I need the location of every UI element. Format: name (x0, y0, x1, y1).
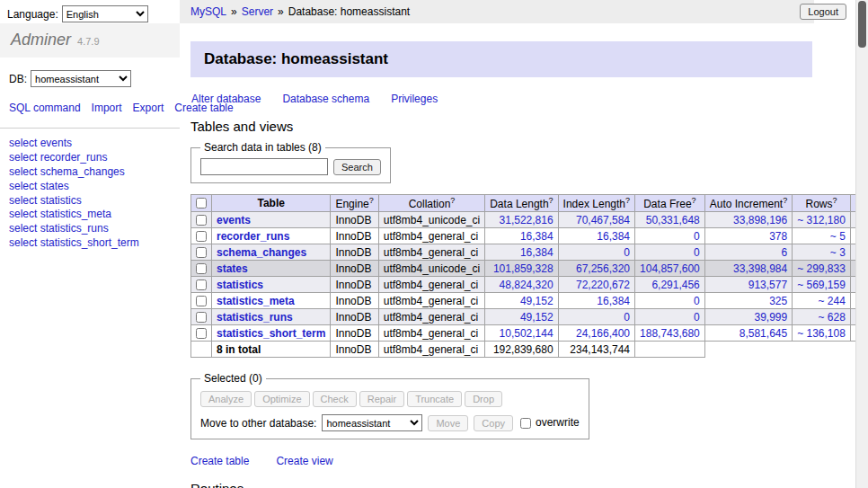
logout-button[interactable]: Logout (800, 4, 846, 20)
drop-button[interactable]: Drop (465, 391, 502, 407)
row-checkbox[interactable] (196, 296, 207, 306)
row-checkbox[interactable] (196, 247, 207, 258)
index-length-link[interactable]: 0 (624, 246, 630, 259)
index-length-link[interactable]: 67,256,320 (576, 262, 630, 275)
help-icon[interactable]: ? (692, 196, 696, 205)
table-link[interactable]: statistics_runs (217, 311, 293, 324)
help-icon[interactable]: ? (783, 196, 787, 205)
table-link[interactable]: events (217, 214, 251, 226)
data-free-link[interactable]: 6,291,456 (651, 279, 699, 291)
copy-button[interactable]: Copy (474, 415, 513, 431)
row-checkbox[interactable] (196, 215, 207, 226)
data-free-link[interactable]: 0 (694, 246, 700, 259)
sidebar-link-export[interactable]: Export (133, 102, 164, 114)
data-length-link[interactable]: 49,152 (520, 295, 554, 307)
auto-increment-link[interactable]: 6 (781, 246, 787, 259)
data-length-link[interactable]: 10,502,144 (500, 327, 554, 340)
data-free-link[interactable]: 0 (694, 230, 700, 243)
data-free-link[interactable]: 0 (694, 311, 700, 324)
check-button[interactable]: Check (313, 391, 357, 407)
auto-increment-link[interactable]: 378 (769, 230, 787, 243)
auto-increment-link[interactable]: 8,581,645 (740, 327, 787, 340)
help-icon[interactable]: ? (549, 196, 554, 205)
table-link[interactable]: statistics (217, 279, 263, 291)
data-length-link[interactable]: 48,824,320 (500, 279, 554, 291)
help-icon[interactable]: ? (625, 196, 630, 205)
index-length-link[interactable]: 72,220,672 (576, 279, 630, 291)
data-free-link[interactable]: 0 (694, 295, 700, 307)
data-length-link[interactable]: 16,384 (520, 246, 554, 259)
overwrite-checkbox[interactable] (520, 418, 531, 429)
data-length-link[interactable]: 16,384 (520, 230, 554, 243)
create-table-link[interactable]: Create table (190, 455, 249, 467)
move-database-select[interactable]: homeassistant (322, 414, 422, 431)
sidebar-item-select-schema-changes[interactable]: select schema_changes (9, 165, 171, 180)
optimize-button[interactable]: Optimize (254, 391, 309, 407)
alter-database-link[interactable]: Alter database (191, 93, 261, 105)
auto-increment-link[interactable]: 913,577 (748, 279, 787, 291)
row-checkbox[interactable] (196, 328, 207, 339)
help-icon[interactable]: ? (450, 196, 455, 205)
help-icon[interactable]: ? (369, 196, 374, 205)
scrollbar[interactable] (855, 0, 868, 488)
table-link[interactable]: states (217, 262, 248, 275)
table-link[interactable]: statistics_short_term (217, 327, 325, 340)
index-length-link[interactable]: 16,384 (597, 230, 630, 243)
sidebar-link-import[interactable]: Import (92, 102, 122, 114)
sidebar-item-select-states[interactable]: select states (9, 180, 171, 194)
analyze-button[interactable]: Analyze (200, 391, 252, 407)
sidebar-item-select-statistics[interactable]: select statistics (9, 194, 171, 209)
auto-increment-link[interactable]: 33,898,196 (733, 214, 787, 226)
database-schema-link[interactable]: Database schema (282, 93, 369, 105)
select-all-checkbox[interactable] (196, 198, 207, 209)
sidebar-link-sql-command[interactable]: SQL command (9, 102, 81, 114)
rows-link[interactable]: ~ 3 (830, 246, 846, 259)
search-input[interactable] (200, 158, 328, 175)
scrollbar-thumb[interactable] (858, 1, 866, 48)
rows-link[interactable]: ~ 299,833 (797, 262, 846, 275)
table-link[interactable]: statistics_meta (217, 295, 295, 307)
db-select[interactable]: homeassistant (31, 70, 131, 87)
repair-button[interactable]: Repair (359, 391, 404, 407)
index-length-link[interactable]: 70,467,584 (576, 214, 630, 226)
rows-link[interactable]: ~ 312,180 (797, 214, 846, 226)
truncate-button[interactable]: Truncate (407, 391, 462, 407)
row-checkbox[interactable] (196, 263, 207, 274)
sidebar-item-select-statistics-meta[interactable]: select statistics_meta (9, 208, 171, 222)
move-button[interactable]: Move (428, 415, 468, 431)
rows-link[interactable]: ~ 5 (830, 230, 846, 243)
sidebar-item-select-statistics-short-term[interactable]: select statistics_short_term (9, 236, 171, 251)
rows-link[interactable]: ~ 569,159 (797, 279, 846, 291)
search-button[interactable]: Search (333, 159, 381, 175)
row-checkbox[interactable] (196, 312, 207, 323)
auto-increment-link[interactable]: 33,398,984 (733, 262, 787, 275)
overwrite-option[interactable]: overwrite (518, 416, 580, 430)
breadcrumb-mysql[interactable]: MySQL (190, 5, 226, 18)
sidebar-item-select-events[interactable]: select events (9, 137, 171, 151)
data-free-link[interactable]: 50,331,648 (646, 214, 700, 226)
row-checkbox[interactable] (196, 231, 207, 242)
table-link[interactable]: recorder_runs (217, 230, 289, 243)
breadcrumb-server[interactable]: Server (242, 5, 273, 18)
language-select[interactable]: English (62, 5, 148, 22)
data-length-link[interactable]: 101,859,328 (493, 262, 554, 275)
privileges-link[interactable]: Privileges (391, 93, 438, 105)
sidebar-item-select-statistics-runs[interactable]: select statistics_runs (9, 222, 171, 236)
create-view-link[interactable]: Create view (276, 455, 332, 467)
index-length-link[interactable]: 0 (624, 311, 630, 324)
rows-link[interactable]: ~ 244 (819, 295, 846, 307)
help-icon[interactable]: ? (833, 196, 837, 205)
row-checkbox[interactable] (196, 279, 207, 290)
table-link[interactable]: schema_changes (217, 246, 306, 259)
data-length-link[interactable]: 31,522,816 (500, 214, 554, 226)
data-free-link[interactable]: 188,743,680 (640, 327, 700, 340)
data-free-link[interactable]: 104,857,600 (640, 262, 700, 275)
data-length-link[interactable]: 49,152 (520, 311, 554, 324)
auto-increment-link[interactable]: 39,999 (754, 311, 787, 324)
sidebar-item-select-recorder-runs[interactable]: select recorder_runs (9, 151, 171, 165)
auto-increment-link[interactable]: 325 (769, 295, 787, 307)
index-length-link[interactable]: 24,166,400 (576, 327, 630, 340)
index-length-link[interactable]: 16,384 (597, 295, 630, 307)
rows-link[interactable]: ~ 136,108 (797, 327, 846, 340)
rows-link[interactable]: ~ 628 (819, 311, 846, 324)
